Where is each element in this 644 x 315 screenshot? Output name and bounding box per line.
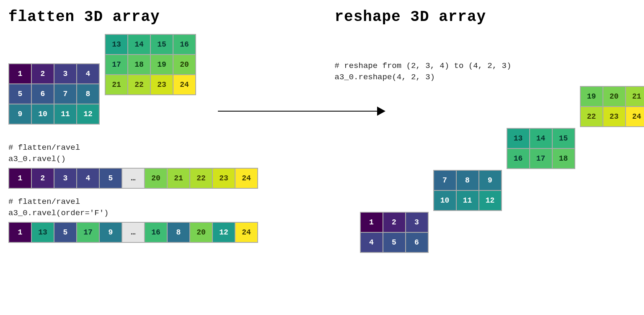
array-cell: 11: [54, 104, 76, 124]
array-cell: 19: [151, 55, 173, 74]
array-cell: 20: [145, 169, 167, 188]
array-cell: 9: [100, 223, 122, 242]
array-cell: 21: [106, 75, 127, 94]
reshaped-3d-array: 123456789101112131415161718192021222324: [360, 86, 636, 287]
flatten-column: flatten 3D array 13141516171819202122232…: [8, 8, 310, 287]
front-grid: 123456789101112: [8, 63, 100, 125]
array-cell: 20: [190, 223, 212, 242]
array-cell: 1: [9, 223, 31, 242]
array-cell: 12: [213, 223, 235, 242]
array-cell: 3: [54, 169, 76, 188]
source-3d-array: 131415161718192021222324 123456789101112: [8, 34, 310, 135]
array-cell: 20: [603, 87, 625, 106]
array-cell: 18: [128, 55, 150, 74]
array-cell: 5: [9, 84, 31, 104]
array-cell: 22: [128, 75, 150, 94]
reshape-grid-1: 789101112: [433, 170, 502, 211]
array-cell: 5: [383, 233, 405, 252]
array-cell: 8: [457, 171, 478, 190]
array-cell: 13: [507, 129, 529, 148]
ravel-f-row: 1135179…168201224: [8, 222, 258, 243]
array-cell: 22: [190, 169, 212, 188]
reshape-grid-3: 192021222324: [580, 86, 644, 127]
array-cell: 20: [173, 55, 195, 74]
array-cell: 2: [32, 64, 54, 83]
array-cell: 9: [9, 104, 31, 124]
array-cell: 15: [151, 35, 173, 54]
array-cell: 14: [530, 129, 552, 148]
array-cell: 16: [145, 223, 167, 242]
array-cell: 7: [434, 171, 456, 190]
array-cell: 18: [553, 149, 574, 168]
back-layer: 131415161718192021222324: [105, 34, 196, 95]
array-cell: 11: [457, 191, 478, 210]
array-cell: 5: [100, 169, 122, 188]
array-cell: 1: [9, 169, 31, 188]
array-cell: 8: [168, 223, 189, 242]
array-cell: 2: [32, 169, 54, 188]
array-cell: 13: [106, 35, 127, 54]
reshape-layer-1: 789101112: [433, 170, 502, 211]
array-cell: 10: [434, 191, 456, 210]
array-cell: 19: [581, 87, 603, 106]
array-cell: 16: [173, 35, 195, 54]
array-cell: 4: [77, 169, 99, 188]
array-cell: 1: [361, 213, 383, 232]
reshape-layer-2: 131415161718: [507, 128, 575, 169]
array-cell: 23: [603, 107, 625, 126]
front-layer: 123456789101112: [8, 63, 100, 125]
array-cell: 6: [406, 233, 428, 252]
diagram-root: flatten 3D array 13141516171819202122232…: [8, 8, 636, 287]
reshape-column: reshape 3D array # reshape from (2, 3, 4…: [335, 8, 636, 287]
array-cell: 24: [626, 107, 644, 126]
array-cell: 14: [128, 35, 150, 54]
reshape-layer-0: 123456: [360, 212, 429, 253]
array-cell: 6: [32, 84, 54, 104]
array-cell: 3: [406, 213, 428, 232]
back-grid: 131415161718192021222324: [105, 34, 196, 95]
array-cell: 24: [235, 169, 257, 188]
array-cell: 5: [54, 223, 76, 242]
array-cell: 1: [9, 64, 31, 83]
ravel-row: 12345…2021222324: [8, 168, 258, 189]
array-cell: 3: [54, 64, 76, 83]
array-cell: 17: [530, 149, 552, 168]
array-cell: 23: [213, 169, 235, 188]
array-cell: 4: [361, 233, 383, 252]
flatten-title: flatten 3D array: [8, 8, 310, 26]
array-cell: 4: [77, 64, 99, 83]
array-cell: 12: [77, 104, 99, 124]
array-cell: 10: [32, 104, 54, 124]
ravel-code: # flatten/ravel a3_0.ravel(): [8, 142, 310, 164]
array-cell: 17: [106, 55, 127, 74]
array-cell: 22: [581, 107, 603, 126]
array-cell: 24: [235, 223, 257, 242]
array-cell: 13: [32, 223, 54, 242]
array-cell: 17: [77, 223, 99, 242]
array-cell: 9: [479, 171, 501, 190]
reshape-code: # reshape from (2, 3, 4) to (4, 2, 3) a3…: [335, 60, 636, 83]
ravel-f-code: # flatten/ravel a3_0.ravel(order='F'): [8, 196, 310, 219]
array-cell: 16: [507, 149, 529, 168]
array-cell: 21: [168, 169, 189, 188]
reshape-layer-3: 192021222324: [580, 86, 644, 127]
array-cell: 8: [77, 84, 99, 104]
array-cell: …: [122, 169, 144, 188]
array-cell: 23: [151, 75, 173, 94]
reshape-grid-0: 123456: [360, 212, 429, 253]
array-cell: 7: [54, 84, 76, 104]
array-cell: 2: [383, 213, 405, 232]
array-cell: 21: [626, 87, 644, 106]
array-cell: 15: [553, 129, 574, 148]
array-cell: 12: [479, 191, 501, 210]
reshape-title: reshape 3D array: [335, 8, 636, 26]
array-cell: …: [122, 223, 144, 242]
array-cell: 24: [173, 75, 195, 94]
reshape-grid-2: 131415161718: [507, 128, 575, 169]
